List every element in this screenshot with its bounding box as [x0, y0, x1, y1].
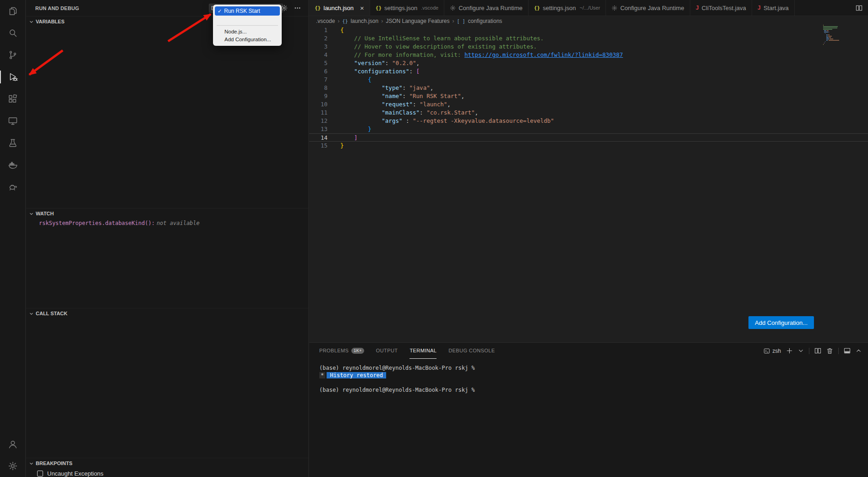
kill-terminal-icon[interactable] [826, 347, 833, 354]
activity-item-manage[interactable] [0, 455, 25, 477]
tab-description: .vscode [421, 5, 438, 11]
gear-icon [7, 461, 18, 472]
json-file-icon: {} [376, 5, 382, 11]
breadcrumb-item[interactable]: configurations [468, 18, 502, 24]
code-line-15[interactable]: 15} [309, 142, 868, 150]
activity-item-explorer[interactable] [0, 0, 25, 22]
code-text: "configurations": [ [340, 67, 420, 76]
breadcrumb-item[interactable]: JSON Language Features [386, 18, 449, 24]
more-actions-icon[interactable] [294, 5, 301, 12]
collapse-panel-icon[interactable] [856, 348, 862, 354]
activity-item-accounts[interactable] [0, 433, 25, 455]
sidebar-run-and-debug: RUN AND DEBUG D VARIABLES WAT [26, 0, 309, 477]
new-terminal-icon[interactable] [786, 347, 793, 354]
code-editor[interactable]: 1{2 // Use IntelliSense to learn about p… [309, 26, 868, 150]
code-line-8[interactable]: 8 "type": "java", [309, 84, 868, 92]
code-text: // Use IntelliSense to learn about possi… [340, 34, 544, 43]
close-icon[interactable]: × [360, 5, 364, 11]
call-stack-section-header[interactable]: CALL STACK [26, 308, 308, 318]
activity-item-run-and-debug[interactable] [0, 66, 25, 88]
terminal-dropdown-icon[interactable] [798, 348, 804, 354]
tab-label: settings.json [543, 5, 576, 11]
activity-bar-top [0, 0, 25, 198]
activity-item-tortoise[interactable] [0, 176, 25, 198]
code-line-9[interactable]: 9 "name": "Run RSK Start", [309, 92, 868, 100]
tab-configure-java-runtime-2[interactable]: Configure Java Runtime [444, 0, 528, 16]
tab-settings-json-1[interactable]: {}settings.json.vscode [370, 0, 444, 16]
json-file-icon: {} [315, 5, 321, 11]
dropdown-item-node-js-[interactable]: Node.js... [215, 27, 280, 35]
tab-label: settings.json [384, 5, 417, 11]
panel-tab-output[interactable]: OUTPUT [376, 343, 398, 359]
code-line-10[interactable]: 10 "request": "launch", [309, 100, 868, 109]
minimap[interactable] [823, 25, 849, 45]
variables-section-label: VARIABLES [36, 19, 65, 24]
watch-expression-row[interactable]: rskSystemProperties.databaseKind():not a… [26, 219, 308, 226]
uncaught-exceptions-checkbox[interactable] [37, 471, 43, 477]
code-line-2[interactable]: 2 // Use IntelliSense to learn about pos… [309, 34, 868, 43]
code-line-3[interactable]: 3 // Hover to view descriptions of exist… [309, 43, 868, 51]
activity-item-search[interactable] [0, 22, 25, 44]
line-number: 1 [309, 26, 340, 34]
tab-clitoolstest-java-5[interactable]: JCliToolsTest.java [690, 0, 752, 16]
line-number: 9 [309, 92, 340, 100]
panel-tab-problems[interactable]: PROBLEMS1K+ [319, 343, 364, 359]
code-line-1[interactable]: 1{ [309, 26, 868, 34]
panel-layout-icon[interactable] [844, 347, 851, 354]
dropdown-selected-label: Run RSK Start [224, 8, 260, 14]
dropdown-selected-item[interactable]: ✓ Run RSK Start [215, 6, 280, 16]
split-terminal-icon[interactable] [814, 347, 821, 354]
code-text: } [340, 125, 371, 133]
add-configuration-button[interactable]: Add Configuration... [748, 316, 814, 329]
activity-item-testing[interactable] [0, 132, 25, 154]
activity-item-remote-explorer[interactable] [0, 110, 25, 132]
watch-section-header[interactable]: WATCH [26, 208, 308, 219]
dropdown-item-add-configuration-[interactable]: Add Configuration... [215, 35, 280, 43]
tab-configure-java-runtime-4[interactable]: Configure Java Runtime [606, 0, 690, 16]
code-line-6[interactable]: 6 "configurations": [ [309, 67, 868, 76]
breadcrumb-separator-icon: › [338, 18, 339, 24]
breadcrumb-item[interactable]: .vscode [316, 18, 335, 24]
code-text: "name": "Run RSK Start", [340, 92, 464, 100]
code-text: // For more information, visit: https://… [340, 51, 623, 59]
code-line-12[interactable]: 12 "args" : "--regtest -Xkeyvalue.dataso… [309, 117, 868, 125]
line-number: 12 [309, 117, 340, 125]
tortoise-icon [7, 181, 18, 192]
chevron-down-icon [29, 211, 34, 216]
breakpoints-section-header[interactable]: BREAKPOINTS [26, 458, 308, 468]
terminal-shell-selector[interactable]: zsh [764, 348, 781, 354]
problems-count-badge: 1K+ [351, 348, 364, 354]
panel-header: PROBLEMS1K+OUTPUTTERMINALDEBUG CONSOLE z… [309, 343, 868, 359]
panel-tab-terminal[interactable]: TERMINAL [409, 343, 437, 359]
tab-start-java-6[interactable]: JStart.java [752, 0, 795, 16]
watch-value: not available [157, 220, 200, 226]
tab-label: Configure Java Runtime [620, 5, 684, 11]
line-number: 7 [309, 76, 340, 84]
json-file-icon: {} [534, 5, 540, 11]
code-line-14[interactable]: 14 ] [309, 133, 868, 142]
runtime-file-icon [450, 5, 456, 11]
activity-item-source-control[interactable] [0, 44, 25, 66]
terminal-line: (base) reynoldmorel@Reynolds-MacBook-Pro… [319, 386, 868, 394]
code-line-11[interactable]: 11 "mainClass": "co.rsk.Start", [309, 109, 868, 117]
line-number: 6 [309, 67, 340, 76]
tab-settings-json-3[interactable]: {}settings.json~/.../User [529, 0, 606, 16]
tab-launch-json-0[interactable]: {}launch.json× [309, 0, 370, 16]
line-number: 11 [309, 109, 340, 117]
code-line-7[interactable]: 7 { [309, 76, 868, 84]
code-line-5[interactable]: 5 "version": "0.2.0", [309, 59, 868, 67]
account-icon [7, 439, 18, 450]
code-line-4[interactable]: 4 // For more information, visit: https:… [309, 51, 868, 59]
panel-tab-debug-console[interactable]: DEBUG CONSOLE [448, 343, 495, 359]
chevron-down-icon [29, 19, 34, 24]
code-line-13[interactable]: 13 } [309, 125, 868, 133]
split-editor-icon[interactable] [856, 5, 863, 11]
activity-item-extensions[interactable] [0, 88, 25, 110]
breadcrumb-brackets-icon: [ ] [457, 19, 465, 24]
shell-name: zsh [772, 348, 781, 354]
terminal-content[interactable]: (base) reynoldmorel@Reynolds-MacBook-Pro… [309, 359, 868, 394]
call-stack-section-label: CALL STACK [36, 311, 67, 316]
breadcrumb-item[interactable]: launch.json [350, 18, 378, 24]
panel-tab-label: DEBUG CONSOLE [448, 348, 495, 353]
activity-item-docker[interactable] [0, 154, 25, 176]
